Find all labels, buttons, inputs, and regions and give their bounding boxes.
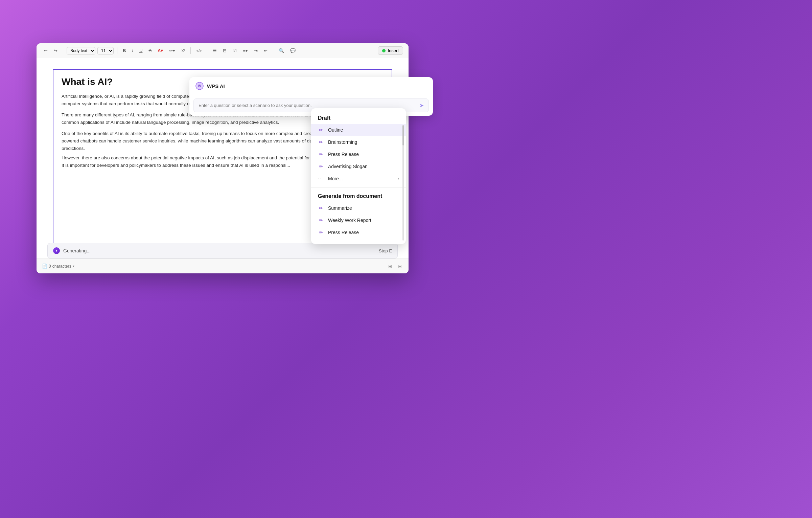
- press-release-gen-icon: ✏: [318, 230, 324, 235]
- generating-text: Generating...: [63, 248, 91, 253]
- toolbar-divider-4: [207, 47, 207, 54]
- press-release-draft-icon: ✏: [318, 152, 324, 157]
- menu-scrollbar-thumb: [402, 125, 404, 145]
- menu-item-summarize[interactable]: ✏ Summarize: [311, 202, 406, 214]
- press-release-gen-label: Press Release: [328, 230, 359, 235]
- generating-bar: ✦ Generating... Stop E: [47, 243, 398, 258]
- redo-icon: ↪: [54, 48, 57, 53]
- ai-question-input[interactable]: [199, 103, 417, 108]
- menu-item-advertising-slogan[interactable]: ✏ Advertising Slogan: [311, 160, 406, 173]
- summarize-label: Summarize: [328, 205, 352, 211]
- chars-dropdown-icon: ▾: [73, 264, 74, 268]
- menu-divider: [311, 187, 406, 188]
- insert-button[interactable]: Insert: [378, 46, 403, 55]
- strikethrough-button[interactable]: A: [146, 47, 154, 54]
- character-count: 📄 0 characters ▾: [42, 264, 74, 269]
- footer-grid1-button[interactable]: ⊞: [387, 262, 394, 270]
- highlight-button[interactable]: ✏▾: [167, 47, 177, 54]
- undo-button[interactable]: ↩: [42, 47, 50, 54]
- insert-dot: [382, 49, 386, 52]
- generating-left: ✦ Generating...: [53, 247, 91, 254]
- weekly-work-report-label: Weekly Work Report: [328, 218, 371, 223]
- indent-button[interactable]: ⇥: [252, 47, 260, 54]
- toolbar-divider-5: [273, 47, 273, 54]
- toolbar-divider-3: [190, 47, 191, 54]
- generate-section-title: Generate from document: [311, 190, 406, 202]
- editor-footer: 📄 0 characters ▾ ⊞ ⊟: [37, 258, 409, 273]
- advertising-slogan-label: Advertising Slogan: [328, 164, 368, 169]
- weekly-work-report-icon: ✏: [318, 218, 324, 223]
- chars-unit: characters: [52, 264, 71, 269]
- font-size-select[interactable]: 11: [97, 47, 114, 54]
- code-button[interactable]: </>: [194, 47, 204, 54]
- menu-item-weekly-work-report[interactable]: ✏ Weekly Work Report: [311, 214, 406, 226]
- menu-item-press-release-draft[interactable]: ✏ Press Release: [311, 148, 406, 160]
- menu-item-outline[interactable]: ✏ Outline: [311, 124, 406, 136]
- toolbar-divider-2: [117, 47, 117, 54]
- more-label: More...: [328, 176, 343, 181]
- superscript-button[interactable]: X²: [179, 47, 187, 54]
- stop-label: Stop E: [379, 248, 392, 253]
- wps-ai-logo: W: [195, 82, 204, 90]
- menu-item-press-release-gen[interactable]: ✏ Press Release: [311, 226, 406, 239]
- menu-panel: Draft ✏ Outline ✏ Brainstorming ✏ Press …: [311, 108, 406, 244]
- brainstorming-icon: ✏: [318, 139, 324, 145]
- menu-scrollbar: [402, 125, 404, 241]
- svg-text:W: W: [198, 84, 201, 88]
- body-text-select[interactable]: Body text: [67, 47, 95, 54]
- menu-item-brainstorming[interactable]: ✏ Brainstorming: [311, 136, 406, 148]
- redo-button[interactable]: ↪: [52, 47, 60, 54]
- insert-label: Insert: [388, 48, 399, 53]
- underline-button[interactable]: U: [137, 47, 144, 54]
- search-button[interactable]: 🔍: [277, 47, 286, 54]
- undo-icon: ↩: [44, 48, 48, 53]
- brainstorming-label: Brainstorming: [328, 139, 357, 145]
- press-release-draft-label: Press Release: [328, 152, 359, 157]
- footer-right: ⊞ ⊟: [387, 262, 403, 270]
- page-icon: 📄: [42, 264, 47, 269]
- checklist-button[interactable]: ☑: [231, 47, 239, 54]
- outdent-button[interactable]: ⇤: [262, 47, 270, 54]
- outline-icon: ✏: [318, 127, 324, 133]
- unordered-list-button[interactable]: ☰: [211, 47, 219, 54]
- advertising-slogan-icon: ✏: [318, 164, 324, 169]
- stop-button[interactable]: Stop E: [379, 248, 392, 253]
- bold-button[interactable]: B: [121, 47, 128, 54]
- font-color-button[interactable]: A▾: [156, 47, 165, 54]
- menu-item-more[interactable]: ··· More... ›: [311, 173, 406, 185]
- summarize-icon: ✏: [318, 205, 324, 211]
- ai-send-button[interactable]: ➤: [419, 102, 424, 109]
- ai-header: W WPS AI: [189, 77, 433, 95]
- toolbar-divider-1: [63, 47, 63, 54]
- ai-panel-title: WPS AI: [207, 83, 225, 89]
- footer-grid2-button[interactable]: ⊟: [396, 262, 403, 270]
- italic-button[interactable]: I: [130, 47, 135, 54]
- more-dots-icon: ···: [318, 176, 324, 181]
- comment-button[interactable]: 💬: [288, 47, 298, 54]
- toolbar: ↩ ↪ Body text 11 B I U A A▾ ✏▾ X² </> ☰ …: [37, 43, 409, 58]
- send-icon: ➤: [419, 103, 424, 108]
- align-button[interactable]: ≡▾: [241, 47, 250, 54]
- generating-icon: ✦: [53, 247, 60, 254]
- more-chevron-icon: ›: [398, 176, 399, 181]
- outline-label: Outline: [328, 127, 343, 133]
- ordered-list-button[interactable]: ⊟: [221, 47, 229, 54]
- chars-count: 0: [49, 264, 51, 269]
- draft-section-title: Draft: [311, 114, 406, 124]
